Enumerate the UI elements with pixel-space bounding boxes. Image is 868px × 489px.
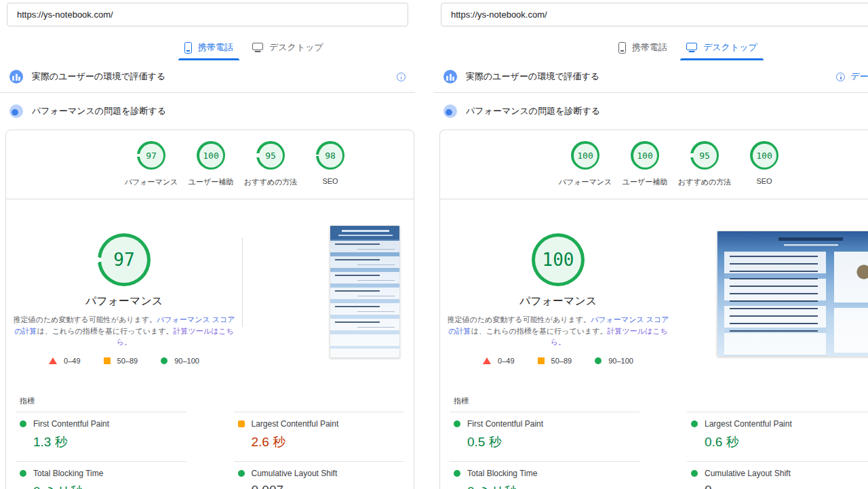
category-label: おすすめの方法: [678, 177, 731, 187]
performance-summary-section: 97 パフォーマンス 推定値のため変動する可能性があります。パフォーマンス スコ…: [6, 199, 414, 383]
category-label: おすすめの方法: [244, 177, 297, 187]
score-range-legend: 0–49 50–89 90–100: [440, 357, 676, 365]
metric-value: 0.007: [252, 483, 405, 489]
desktop-icon: [686, 43, 697, 50]
field-data-section-header: 実際のユーザーの環境で評価する: [0, 63, 415, 93]
field-data-section-header: 実際のユーザーの環境で評価する データ: [434, 63, 868, 93]
metric-rating-icon: [454, 420, 460, 427]
category-performance[interactable]: 97 パフォーマンス: [127, 141, 176, 187]
metric-rating-icon: [691, 420, 698, 427]
metric-value: 0 ミリ秒: [33, 483, 186, 489]
green-circle-icon: [161, 357, 167, 364]
metric-rating-icon: [238, 420, 245, 427]
category-best-practices[interactable]: 95 おすすめの方法: [246, 141, 295, 187]
score-gauge: 100: [197, 141, 225, 170]
legend-item-good: 90–100: [595, 357, 633, 365]
desktop-screenshot-thumbnail: [717, 231, 868, 357]
category-label: SEO: [322, 177, 338, 185]
metric-value: 0 ミリ秒: [467, 483, 639, 489]
metric-rating-icon: [20, 420, 26, 427]
url-input[interactable]: [441, 3, 868, 26]
metric-value: 0.5 秒: [467, 433, 639, 451]
metrics-section: 指標 First Contentful Paint 1.3 秒 Largest …: [6, 383, 414, 489]
diagnose-title: パフォーマンスの問題を診断する: [466, 105, 600, 117]
smartphone-icon: [184, 42, 192, 54]
score-range-legend: 0–49 50–89 90–100: [6, 357, 242, 365]
metric-total-blocking-time: Total Blocking Time 0 ミリ秒: [16, 461, 186, 489]
tab-mobile[interactable]: 携帯電話: [175, 37, 243, 60]
score-disclaimer: 推定値のため変動する可能性があります。パフォーマンス スコアの計算は、これらの指…: [444, 314, 672, 348]
info-icon[interactable]: [836, 73, 845, 81]
legend-item-good: 90–100: [161, 357, 199, 365]
tab-desktop[interactable]: デスクトップ: [243, 37, 333, 60]
device-tabs: 携帯電話 デスクトップ: [175, 37, 415, 60]
metric-value: 0: [705, 483, 868, 489]
mobile-screenshot-thumbnail: [330, 225, 400, 358]
data-source-link[interactable]: データ: [850, 71, 868, 83]
tab-mobile-label: 携帯電話: [632, 41, 667, 54]
lighthouse-report-card: 97 パフォーマンス 100 ユーザー補助 95 おすすめの方法: [5, 130, 414, 489]
tab-desktop-label: デスクトップ: [269, 41, 323, 54]
active-tab-underline: [680, 58, 764, 60]
lighthouse-report-card: 100 パフォーマンス 100 ユーザー補助 95 おすすめの方法: [439, 130, 868, 489]
field-data-title: 実際のユーザーの環境で評価する: [466, 71, 599, 83]
score-gauge: 98: [316, 141, 344, 170]
performance-gauge-label: パフォーマンス: [440, 294, 676, 309]
performance-score-gauge: 97: [98, 233, 151, 286]
legend-item-average: 50–89: [538, 357, 572, 365]
diagnose-title: パフォーマンスの問題を診断する: [32, 105, 166, 117]
category-label: ユーザー補助: [189, 177, 234, 187]
score-gauge: 100: [750, 141, 778, 170]
legend-item-poor: 0–49: [483, 357, 514, 365]
smartphone-icon: [618, 42, 626, 54]
category-accessibility[interactable]: 100 ユーザー補助: [186, 141, 235, 187]
category-seo[interactable]: 98 SEO: [306, 141, 355, 187]
red-triangle-icon: [483, 357, 491, 364]
diagnose-section-header: パフォーマンスの問題を診断する: [0, 93, 415, 125]
category-scores-row: 97 パフォーマンス 100 ユーザー補助 95 おすすめの方法: [6, 130, 414, 199]
field-data-icon: [9, 70, 23, 83]
metric-first-contentful-paint: First Contentful Paint 1.3 秒: [16, 412, 186, 461]
score-gauge: 97: [137, 141, 165, 170]
field-data-title: 実際のユーザーの環境で評価する: [32, 71, 165, 83]
metric-rating-icon: [454, 470, 460, 477]
device-tabs: 携帯電話 デスクトップ: [609, 37, 868, 60]
performance-score-gauge: 100: [532, 233, 585, 286]
green-circle-icon: [595, 357, 601, 364]
category-label: パフォーマンス: [559, 177, 612, 187]
metric-cumulative-layout-shift: Cumulative Layout Shift 0: [687, 461, 868, 489]
mobile-result-panel: 携帯電話 デスクトップ 実際のユーザーの環境で評価する パフォーマンスの問題を診…: [0, 0, 415, 489]
score-disclaimer: 推定値のため変動する可能性があります。パフォーマンス スコアの計算は、これらの指…: [10, 314, 238, 348]
performance-summary-section: 100 パフォーマンス 推定値のため変動する可能性があります。パフォーマンス ス…: [440, 199, 868, 383]
category-performance[interactable]: 100 パフォーマンス: [561, 141, 610, 187]
tab-mobile[interactable]: 携帯電話: [609, 37, 677, 60]
metrics-title: 指標: [20, 396, 404, 406]
diagnose-icon: [443, 104, 457, 118]
diagnose-icon: [9, 104, 23, 118]
category-best-practices[interactable]: 95 おすすめの方法: [680, 141, 729, 187]
category-seo[interactable]: 100 SEO: [740, 141, 789, 187]
active-tab-underline: [178, 58, 239, 60]
metric-rating-icon: [20, 470, 26, 477]
info-icon[interactable]: [397, 73, 406, 81]
category-label: パフォーマンス: [125, 177, 178, 187]
url-input[interactable]: [7, 3, 408, 26]
legend-item-average: 50–89: [104, 357, 138, 365]
field-data-icon: [443, 70, 457, 83]
category-accessibility[interactable]: 100 ユーザー補助: [620, 141, 669, 187]
metric-value: 1.3 秒: [33, 433, 186, 451]
metric-rating-icon: [691, 470, 698, 477]
desktop-result-panel: 携帯電話 デスクトップ 実際のユーザーの環境で評価する データ パフォーマンスの…: [434, 0, 868, 489]
category-label: SEO: [756, 177, 772, 185]
metrics-title: 指標: [454, 396, 868, 406]
score-gauge: 100: [571, 141, 599, 170]
metric-largest-contentful-paint: Largest Contentful Paint 2.6 秒: [234, 412, 405, 461]
metric-total-blocking-time: Total Blocking Time 0 ミリ秒: [450, 461, 639, 489]
tab-desktop[interactable]: デスクトップ: [677, 37, 767, 60]
tab-desktop-label: デスクトップ: [703, 41, 757, 54]
category-scores-row: 100 パフォーマンス 100 ユーザー補助 95 おすすめの方法: [440, 130, 868, 199]
metrics-section: 指標 First Contentful Paint 0.5 秒 Largest …: [440, 383, 868, 489]
score-gauge: 100: [631, 141, 659, 170]
red-triangle-icon: [49, 357, 57, 364]
score-gauge: 95: [256, 141, 285, 170]
